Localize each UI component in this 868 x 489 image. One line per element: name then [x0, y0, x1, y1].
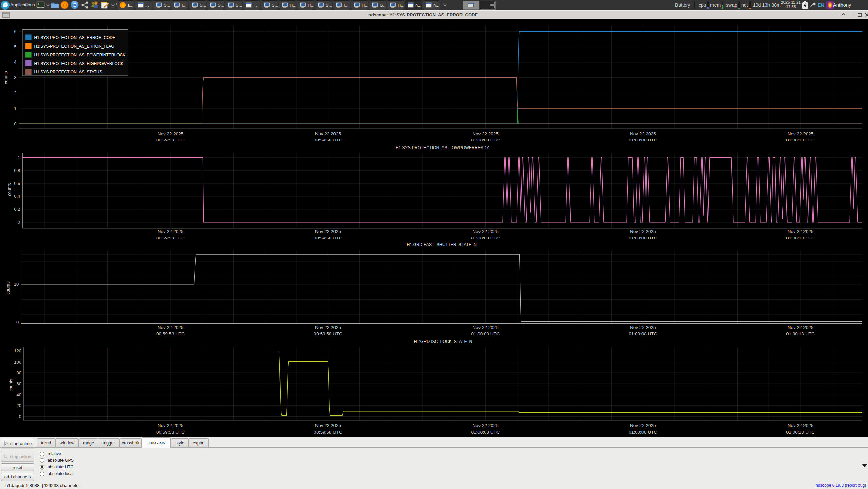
svg-text:Nov 22 2025: Nov 22 2025 — [158, 131, 184, 136]
svg-text:counts: counts — [3, 71, 8, 84]
svg-text:0.4: 0.4 — [14, 194, 20, 199]
svg-text:80: 80 — [17, 370, 21, 376]
svg-text:Nov 22 2025: Nov 22 2025 — [472, 325, 499, 330]
svg-text:Nov 22 2025: Nov 22 2025 — [630, 229, 656, 234]
svg-text:Nov 22 2025: Nov 22 2025 — [788, 229, 814, 234]
svg-text:2: 2 — [14, 90, 16, 95]
svg-text:01:00:13 UTC: 01:00:13 UTC — [786, 430, 815, 435]
svg-text:Nov 22 2025: Nov 22 2025 — [788, 423, 814, 428]
svg-text:1: 1 — [18, 155, 20, 160]
svg-text:100: 100 — [14, 360, 21, 365]
svg-text:H1:SYS-PROTECTION_AS_STATUS: H1:SYS-PROTECTION_AS_STATUS — [34, 70, 102, 74]
svg-text:Nov 22 2025: Nov 22 2025 — [158, 229, 184, 234]
svg-text:Nov 22 2025: Nov 22 2025 — [315, 131, 341, 136]
svg-text:Nov 22 2025: Nov 22 2025 — [788, 325, 814, 330]
svg-text:Nov 22 2025: Nov 22 2025 — [472, 229, 499, 234]
svg-text:0: 0 — [19, 414, 21, 419]
svg-text:0: 0 — [14, 121, 16, 126]
svg-text:H1:SYS-PROTECTION_AS_POWERINTE: H1:SYS-PROTECTION_AS_POWERINTERLOCK — [34, 53, 126, 57]
svg-text:Nov 22 2025: Nov 22 2025 — [788, 131, 814, 136]
svg-text:Nov 22 2025: Nov 22 2025 — [315, 229, 341, 234]
svg-text:Nov 22 2025: Nov 22 2025 — [630, 423, 656, 428]
svg-text:counts: counts — [7, 183, 12, 196]
svg-text:0.6: 0.6 — [14, 181, 20, 186]
svg-text:00:59:58 UTC: 00:59:58 UTC — [314, 430, 342, 435]
svg-text:Nov 22 2025: Nov 22 2025 — [630, 131, 656, 136]
svg-text:Nov 22 2025: Nov 22 2025 — [158, 325, 184, 330]
svg-text:H1:SYS-PROTECTION_AS_ERROR_COD: H1:SYS-PROTECTION_AS_ERROR_CODE — [34, 35, 115, 40]
svg-text:10: 10 — [14, 282, 19, 287]
svg-text:5: 5 — [14, 44, 16, 49]
svg-text:4: 4 — [14, 59, 16, 65]
svg-text:H1:GRD-ISC_LOCK_STATE_N: H1:GRD-ISC_LOCK_STATE_N — [414, 339, 472, 344]
svg-text:0.8: 0.8 — [14, 168, 20, 173]
svg-text:H1:GRD-FAST_SHUTTER_STATE_N: H1:GRD-FAST_SHUTTER_STATE_N — [406, 242, 477, 247]
svg-text:1: 1 — [14, 106, 16, 111]
svg-text:01:00:03 UTC: 01:00:03 UTC — [471, 430, 500, 435]
svg-text:0: 0 — [18, 220, 20, 225]
svg-text:Nov 22 2025: Nov 22 2025 — [630, 325, 656, 330]
svg-text:00:59:53 UTC: 00:59:53 UTC — [156, 430, 185, 435]
svg-text:3: 3 — [14, 75, 16, 80]
svg-text:H1:SYS-PROTECTION_AS_HIGHPOWER: H1:SYS-PROTECTION_AS_HIGHPOWERLOCK — [34, 61, 124, 66]
svg-text:Nov 22 2025: Nov 22 2025 — [315, 325, 341, 330]
svg-text:counts: counts — [8, 379, 13, 392]
svg-text:120: 120 — [14, 348, 21, 353]
svg-text:Nov 22 2025: Nov 22 2025 — [472, 423, 499, 428]
svg-text:counts: counts — [5, 281, 11, 295]
svg-text:H1:SYS-PROTECTION_AS_ERROR_FLA: H1:SYS-PROTECTION_AS_ERROR_FLAG — [34, 44, 114, 49]
svg-text:60: 60 — [17, 381, 21, 386]
svg-text:20: 20 — [17, 403, 21, 408]
svg-text:01:00:08 UTC: 01:00:08 UTC — [629, 430, 657, 435]
svg-text:0: 0 — [16, 320, 19, 325]
svg-text:6: 6 — [14, 29, 16, 34]
svg-text:Nov 22 2025: Nov 22 2025 — [472, 131, 499, 136]
svg-text:H1:SYS-PROTECTION_AS_LOWPOWERR: H1:SYS-PROTECTION_AS_LOWPOWERREADY — [396, 145, 489, 150]
svg-text:40: 40 — [17, 392, 21, 397]
svg-text:Nov 22 2025: Nov 22 2025 — [158, 423, 184, 428]
svg-text:Nov 22 2025: Nov 22 2025 — [315, 423, 341, 428]
svg-text:0.2: 0.2 — [14, 207, 20, 212]
